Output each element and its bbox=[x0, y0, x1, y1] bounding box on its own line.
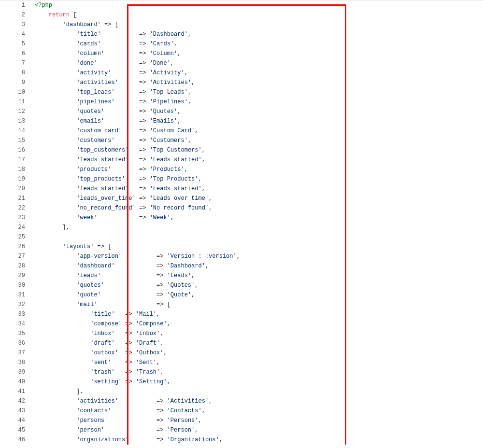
line-number[interactable]: 12 bbox=[0, 107, 30, 116]
line-number[interactable]: 17 bbox=[0, 155, 30, 165]
line-content[interactable]: ], bbox=[30, 387, 483, 396]
line-number[interactable]: 8 bbox=[0, 68, 30, 78]
line-content[interactable]: 'emails' => 'Emails', bbox=[30, 116, 483, 126]
line-number[interactable]: 33 bbox=[0, 309, 30, 319]
line-content[interactable]: 'column' => 'Column', bbox=[30, 49, 483, 58]
line-content[interactable]: <?php bbox=[30, 0, 483, 10]
line-content[interactable]: 'top_customers' => 'Top Customers', bbox=[30, 145, 483, 155]
line-content[interactable]: 'layouts' => [ bbox=[30, 242, 483, 252]
line-number[interactable]: 31 bbox=[0, 290, 30, 300]
line-number[interactable]: 9 bbox=[0, 78, 30, 87]
line-number[interactable]: 32 bbox=[0, 300, 30, 309]
line-number[interactable]: 41 bbox=[0, 387, 30, 396]
line-number[interactable]: 5 bbox=[0, 39, 30, 49]
line-content[interactable]: 'quotes' => 'Quotes', bbox=[30, 107, 483, 116]
token: 'activities' bbox=[76, 398, 118, 405]
line-content[interactable]: 'activities' => 'Activities', bbox=[30, 78, 483, 87]
line-content[interactable]: 'setting' => 'Setting', bbox=[30, 377, 483, 387]
line-content[interactable]: 'dashboard' => 'Dashboard', bbox=[30, 261, 483, 271]
line-content[interactable]: 'custom_card' => 'Custom Card', bbox=[30, 126, 483, 136]
code-line: 20 'leads_started' => 'Leads started', bbox=[0, 184, 483, 194]
line-content[interactable]: 'no_record_found' => 'No record found', bbox=[30, 203, 483, 213]
line-number[interactable]: 1 bbox=[0, 0, 30, 10]
line-content[interactable]: 'outbox' => 'Outbox', bbox=[30, 348, 483, 358]
line-content[interactable]: 'customers' => 'Customers', bbox=[30, 136, 483, 145]
line-content[interactable]: 'done' => 'Done', bbox=[30, 58, 483, 68]
line-number[interactable]: 2 bbox=[0, 10, 30, 20]
line-content[interactable]: 'quote' => 'Quote', bbox=[30, 290, 483, 300]
line-content[interactable]: 'leads_over_time' => 'Leads over time', bbox=[30, 194, 483, 203]
line-number[interactable]: 28 bbox=[0, 261, 30, 271]
line-number[interactable]: 6 bbox=[0, 49, 30, 58]
line-content[interactable]: 'persons' => 'Persons', bbox=[30, 416, 483, 425]
line-number[interactable]: 45 bbox=[0, 425, 30, 435]
line-number[interactable]: 20 bbox=[0, 184, 30, 194]
token: , bbox=[177, 108, 181, 115]
line-number[interactable]: 24 bbox=[0, 223, 30, 232]
line-number[interactable]: 46 bbox=[0, 435, 30, 445]
line-content[interactable]: 'mail' => [ bbox=[30, 300, 483, 309]
line-content[interactable]: return [ bbox=[30, 10, 483, 20]
line-number[interactable]: 34 bbox=[0, 319, 30, 329]
line-content[interactable]: ], bbox=[30, 223, 483, 232]
line-number[interactable]: 15 bbox=[0, 136, 30, 145]
line-number[interactable]: 22 bbox=[0, 203, 30, 213]
line-content[interactable]: 'sent' => 'Sent', bbox=[30, 358, 483, 367]
code-line: 35 'inbox' => 'Inbox', bbox=[0, 329, 483, 338]
line-number[interactable]: 35 bbox=[0, 329, 30, 338]
token bbox=[35, 214, 76, 221]
line-number[interactable]: 18 bbox=[0, 165, 30, 174]
line-content[interactable]: 'compose' => 'Compose', bbox=[30, 319, 483, 329]
line-content[interactable]: 'title' => 'Dashboard', bbox=[30, 29, 483, 39]
line-number[interactable]: 21 bbox=[0, 194, 30, 203]
line-number[interactable]: 39 bbox=[0, 367, 30, 377]
line-number[interactable]: 3 bbox=[0, 20, 30, 29]
line-content[interactable]: 'products' => 'Products', bbox=[30, 165, 483, 174]
line-number[interactable]: 30 bbox=[0, 280, 30, 290]
line-content[interactable]: 'pipelines' => 'Pipelines', bbox=[30, 97, 483, 107]
line-content[interactable]: 'week' => 'Week', bbox=[30, 213, 483, 223]
line-number[interactable]: 37 bbox=[0, 348, 30, 358]
token: 'contacts' bbox=[76, 407, 111, 414]
line-content[interactable]: 'leads' => 'Leads', bbox=[30, 271, 483, 280]
line-content[interactable]: 'top_leads' => 'Top Leads', bbox=[30, 87, 483, 97]
line-number[interactable]: 42 bbox=[0, 396, 30, 406]
line-number[interactable]: 27 bbox=[0, 252, 30, 261]
line-content[interactable]: 'trash' => 'Trash', bbox=[30, 367, 483, 377]
line-number[interactable]: 43 bbox=[0, 406, 30, 416]
line-content[interactable]: 'organizations' => 'Organizations', bbox=[30, 435, 483, 445]
line-number[interactable]: 7 bbox=[0, 58, 30, 68]
line-number[interactable]: 23 bbox=[0, 213, 30, 223]
line-content[interactable]: 'title' => 'Mail', bbox=[30, 309, 483, 319]
line-content[interactable]: 'leads_started' => 'Leads started', bbox=[30, 155, 483, 165]
line-content[interactable]: 'activity' => 'Activity', bbox=[30, 68, 483, 78]
line-number[interactable]: 44 bbox=[0, 416, 30, 425]
line-content[interactable]: 'dashboard' => [ bbox=[30, 20, 483, 29]
line-number[interactable]: 36 bbox=[0, 338, 30, 348]
line-content[interactable]: 'app-version' => 'Version : :version', bbox=[30, 252, 483, 261]
line-content[interactable]: 'activities' => 'Activities', bbox=[30, 396, 483, 406]
line-content[interactable]: 'cards' => 'Cards', bbox=[30, 39, 483, 49]
code-line: 46 'organizations' => 'Organizations', bbox=[0, 435, 483, 445]
token: 'cards' bbox=[76, 41, 100, 47]
line-number[interactable]: 40 bbox=[0, 377, 30, 387]
line-number[interactable]: 19 bbox=[0, 174, 30, 184]
line-number[interactable]: 26 bbox=[0, 242, 30, 252]
line-number[interactable]: 13 bbox=[0, 116, 30, 126]
line-content[interactable]: 'leads_started' => 'Leads started', bbox=[30, 184, 483, 194]
line-content[interactable]: 'inbox' => 'Inbox', bbox=[30, 329, 483, 338]
line-number[interactable]: 4 bbox=[0, 29, 30, 39]
line-content[interactable]: 'draft' => 'Draft', bbox=[30, 338, 483, 348]
line-number[interactable]: 38 bbox=[0, 358, 30, 367]
line-number[interactable]: 14 bbox=[0, 126, 30, 136]
line-content[interactable] bbox=[30, 232, 483, 242]
line-number[interactable]: 25 bbox=[0, 232, 30, 242]
line-content[interactable]: 'person' => 'Person', bbox=[30, 425, 483, 435]
line-content[interactable]: 'quotes' => 'Quotes', bbox=[30, 280, 483, 290]
line-number[interactable]: 29 bbox=[0, 271, 30, 280]
line-content[interactable]: 'top_products' => 'Top Products', bbox=[30, 174, 483, 184]
line-content[interactable]: 'contacts' => 'Contacts', bbox=[30, 406, 483, 416]
line-number[interactable]: 16 bbox=[0, 145, 30, 155]
line-number[interactable]: 11 bbox=[0, 97, 30, 107]
line-number[interactable]: 10 bbox=[0, 87, 30, 97]
